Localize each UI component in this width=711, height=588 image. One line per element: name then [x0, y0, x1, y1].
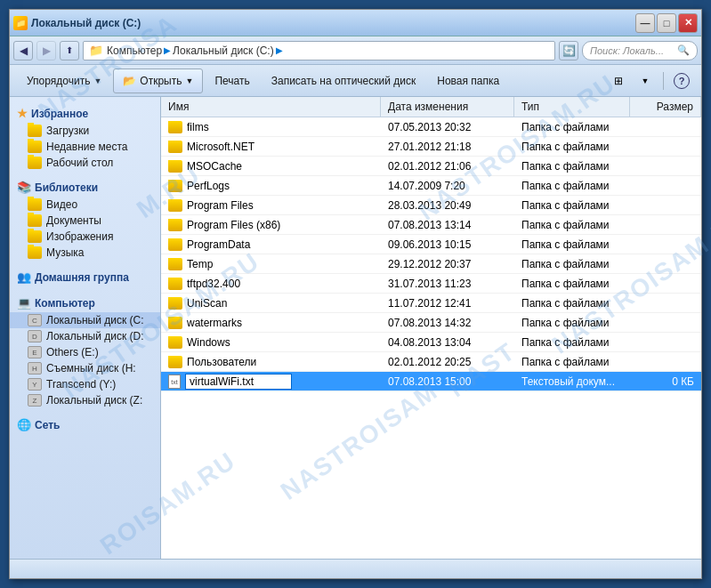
sidebar-item-label: Локальный диск (C:: [46, 314, 144, 326]
table-row[interactable]: Program Files28.03.2013 20:49Папка с фай…: [161, 196, 701, 215]
table-row[interactable]: Windows04.08.2013 13:04Папка с файлами: [161, 333, 701, 352]
sidebar-item-label: Transcend (Y:): [46, 378, 116, 391]
up-button[interactable]: ⬆: [60, 41, 79, 60]
sidebar-item-label: Локальный диск (Z:: [46, 394, 142, 407]
file-type-cell: Папка с файлами: [514, 258, 630, 270]
close-button[interactable]: ✕: [678, 13, 698, 33]
file-name-text: Program Files (x86): [187, 219, 280, 231]
col-date-header[interactable]: Дата изменения: [381, 97, 514, 117]
sidebar-item-drive-c[interactable]: C Локальный диск (C:: [10, 312, 160, 328]
file-type-cell: Папка с файлами: [514, 317, 630, 329]
col-size-header[interactable]: Размер: [630, 97, 701, 117]
col-type-header[interactable]: Тип: [514, 97, 630, 117]
folder-icon: [168, 141, 182, 153]
sidebar-item-label: Локальный диск (D:: [46, 330, 144, 342]
sidebar-item-drive-d[interactable]: D Локальный диск (D:: [10, 328, 160, 344]
file-type-cell: Папка с файлами: [514, 199, 630, 212]
sidebar-item-music[interactable]: Музыка: [10, 245, 160, 261]
search-icon: 🔍: [677, 44, 690, 56]
address-box[interactable]: 📁 Компьютер ▶ Локальный диск (C:) ▶: [83, 41, 555, 60]
file-name-text: ProgramData: [187, 238, 250, 251]
sidebar-item-drive-e[interactable]: E Others (E:): [10, 344, 160, 360]
print-button[interactable]: Печать: [205, 68, 259, 93]
table-row[interactable]: tftpd32.40031.07.2013 11:23Папка с файла…: [161, 274, 701, 294]
table-row[interactable]: PerfLogs14.07.2009 7:20Папка с файлами: [161, 176, 701, 196]
file-name-cell: films: [161, 121, 381, 133]
maximize-button[interactable]: □: [657, 13, 676, 33]
sidebar-item-desktop[interactable]: Рабочий стол: [10, 155, 160, 171]
table-row[interactable]: Microsoft.NET27.01.2012 21:18Папка с фай…: [161, 137, 701, 157]
folder-icon: [28, 141, 42, 153]
search-box[interactable]: Поиск: Локаль... 🔍: [582, 41, 698, 60]
sidebar-item-documents[interactable]: Документы: [10, 213, 160, 229]
file-name-text: Microsoft.NET: [187, 141, 255, 153]
drive-d-icon: D: [28, 330, 42, 342]
table-row[interactable]: Пользователи02.01.2012 20:25Папка с файл…: [161, 352, 701, 372]
toolbar: Упорядочить ▼ 📂 Открыть ▼ Печать Записат…: [10, 65, 701, 97]
drive-c-icon: C: [28, 314, 42, 326]
sidebar-item-label: Others (E:): [46, 346, 99, 358]
file-date-cell: 07.08.2013 14:32: [381, 317, 514, 329]
view-button[interactable]: ⊞: [606, 68, 631, 93]
folder-icon: [168, 336, 182, 349]
file-date-cell: 07.08.2013 13:14: [381, 219, 514, 231]
sidebar-item-recent[interactable]: Недавние места: [10, 139, 160, 155]
titlebar-left: 📁 Локальный диск (C:): [13, 16, 141, 30]
libraries-header[interactable]: 📚 Библиотеки: [10, 178, 160, 197]
table-row[interactable]: watermarks07.08.2013 14:32Папка с файлам…: [161, 313, 701, 333]
refresh-button[interactable]: 🔄: [559, 41, 578, 60]
sidebar-item-label: Рабочий стол: [46, 157, 113, 169]
titlebar: 📁 Локальный диск (C:) — □ ✕: [10, 10, 701, 36]
organize-button[interactable]: Упорядочить ▼: [17, 68, 111, 93]
table-row[interactable]: Program Files (x86)07.08.2013 13:14Папка…: [161, 215, 701, 235]
sidebar-item-drive-z[interactable]: Z Локальный диск (Z:: [10, 392, 160, 408]
window: 📁 Локальный диск (C:) — □ ✕ ◀ ▶ ⬆ 📁 Комп…: [9, 9, 702, 579]
favorites-header[interactable]: ★ Избранное: [10, 104, 160, 123]
folder-icon: [168, 160, 182, 173]
sidebar-item-label: Съемный диск (H:: [46, 362, 136, 375]
sidebar-section-libraries: 📚 Библиотеки Видео Документы Изображения: [10, 178, 160, 261]
table-row[interactable]: Temp29.12.2012 20:37Папка с файлами: [161, 254, 701, 274]
table-row[interactable]: ProgramData09.06.2013 10:15Папка с файла…: [161, 235, 701, 254]
sidebar-item-drive-y[interactable]: Y Transcend (Y:): [10, 376, 160, 392]
file-rename-input[interactable]: [185, 374, 292, 390]
computer-header[interactable]: 💻 Компьютер: [10, 294, 160, 312]
table-row[interactable]: MSOCache02.01.2012 21:06Папка с файлами: [161, 157, 701, 176]
help-button[interactable]: ?: [669, 68, 694, 93]
back-button[interactable]: ◀: [13, 41, 33, 60]
sidebar-item-downloads[interactable]: Загрузки: [10, 123, 160, 139]
sidebar-item-label: Изображения: [46, 230, 113, 243]
forward-button[interactable]: ▶: [36, 41, 56, 60]
folder-icon: [28, 214, 42, 227]
table-row[interactable]: UniScan11.07.2012 12:41Папка с файлами: [161, 294, 701, 313]
network-header[interactable]: 🌐 Сеть: [10, 415, 160, 434]
col-name-header[interactable]: Имя: [161, 97, 381, 117]
sidebar-item-drive-h[interactable]: H Съемный диск (H:: [10, 360, 160, 376]
file-name-text: films: [187, 121, 209, 133]
file-list-body: films07.05.2013 20:32Папка с файламиMicr…: [161, 117, 701, 559]
burn-button[interactable]: Записать на оптический диск: [262, 68, 426, 93]
file-name-text: Temp: [187, 258, 213, 270]
file-name-cell: Пользователи: [161, 356, 381, 368]
folder-icon: [28, 125, 42, 137]
file-name-cell: Program Files: [161, 199, 381, 212]
folder-icon: [168, 317, 182, 329]
network-label: Сеть: [35, 419, 60, 431]
open-button[interactable]: 📂 Открыть ▼: [113, 68, 203, 93]
file-name-cell: tftpd32.400: [161, 278, 381, 290]
file-name-text: UniScan: [187, 297, 227, 310]
sidebar-item-video[interactable]: Видео: [10, 197, 160, 213]
new-folder-button[interactable]: Новая папка: [427, 68, 509, 93]
view-arrow-button[interactable]: ▼: [633, 68, 658, 93]
network-icon: 🌐: [17, 418, 31, 431]
file-name-text: Program Files: [187, 199, 254, 212]
table-row[interactable]: txt07.08.2013 15:00Текстовый докум...0 К…: [161, 372, 701, 391]
drive-y-icon: Y: [28, 378, 42, 391]
minimize-button[interactable]: —: [635, 13, 655, 33]
file-type-cell: Папка с файлами: [514, 356, 630, 368]
homegroup-header[interactable]: 👥 Домашняя группа: [10, 268, 160, 286]
sidebar-item-images[interactable]: Изображения: [10, 229, 160, 245]
folder-icon: [168, 238, 182, 251]
table-row[interactable]: films07.05.2013 20:32Папка с файлами: [161, 117, 701, 137]
folder-icon: [168, 297, 182, 310]
